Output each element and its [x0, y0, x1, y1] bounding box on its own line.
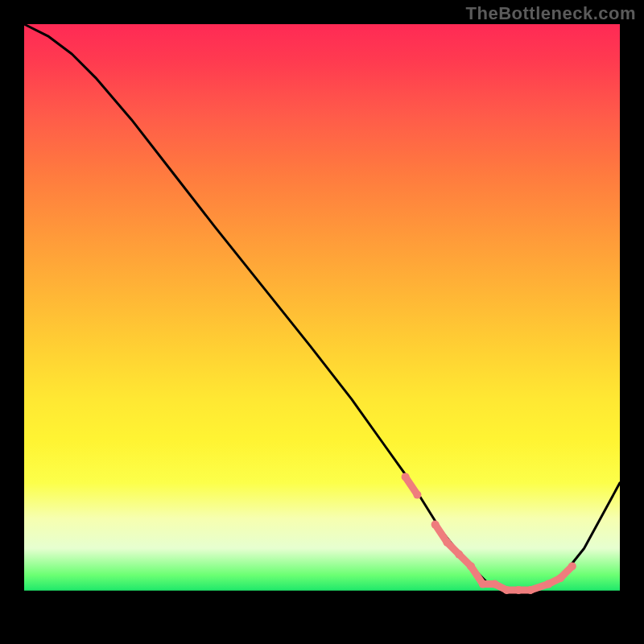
marker-segment [406, 477, 418, 494]
curve-svg [24, 24, 620, 620]
marker-segment [560, 566, 572, 578]
plot-gradient-area [24, 24, 620, 620]
bottleneck-curve-line [24, 24, 620, 590]
watermark-text: TheBottleneck.com [466, 3, 636, 24]
chart-frame: TheBottleneck.com [0, 0, 644, 644]
marker-group [402, 473, 576, 594]
